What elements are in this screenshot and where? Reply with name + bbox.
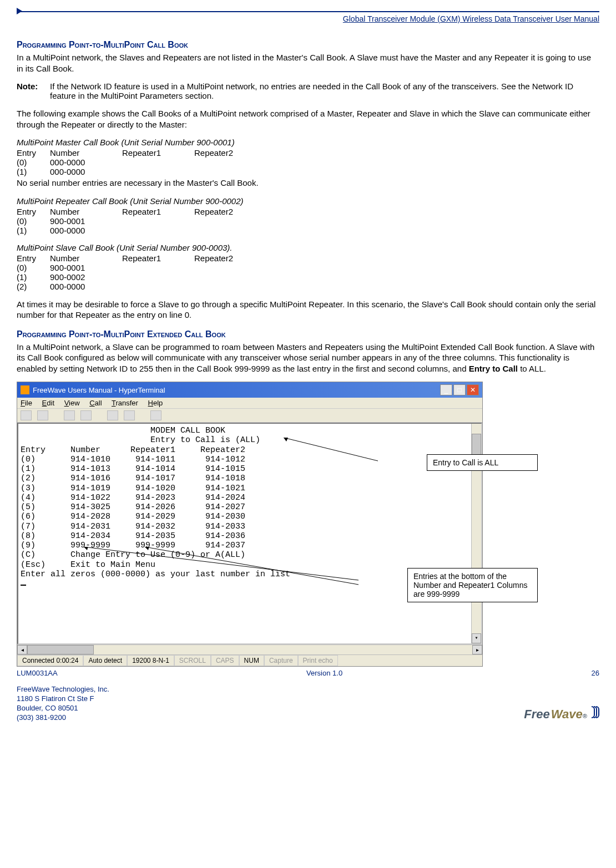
minimize-button[interactable]: _	[440, 384, 452, 395]
menu-file[interactable]: File	[21, 399, 32, 407]
terminal-line: MODEM CALL BOOK	[21, 426, 225, 435]
terminal-line: (2) 914-1016 914-1017 914-1018	[21, 474, 245, 483]
cell: 000-0000	[50, 167, 122, 176]
scroll-left-icon[interactable]: ◂	[17, 645, 27, 654]
status-echo: Print echo	[298, 655, 338, 666]
addr-line: FreeWave Technologies, Inc.	[17, 685, 599, 694]
menu-view[interactable]: View	[64, 399, 80, 407]
menubar: File Edit View Call Transfer Help	[17, 398, 482, 408]
col-rep2: Repeater2	[194, 253, 266, 263]
repeater-callbook-table: Entry Number Repeater1 Repeater2 (0)900-…	[17, 207, 599, 235]
terminal-line: (7) 914-2031 914-2032 914-2033	[21, 522, 245, 531]
repeater-callbook-title: MultiPoint Repeater Call Book (Unit Seri…	[17, 196, 599, 206]
para1-suffix: to ALL.	[518, 364, 546, 373]
terminal-line: (3) 914-1019 914-1020 914-1021	[21, 484, 245, 493]
cell: (1)	[17, 272, 50, 282]
addr-line: (303) 381-9200	[17, 713, 599, 723]
status-num: NUM	[239, 655, 264, 666]
statusbar: Connected 0:00:24 Auto detect 19200 8-N-…	[17, 654, 482, 666]
connect-icon[interactable]	[64, 410, 75, 420]
master-note: No serial number entries are necessary i…	[17, 177, 599, 189]
titlebar[interactable]: FreeWave Users Manual - HyperTerminal _ …	[17, 382, 482, 398]
menu-edit[interactable]: Edit	[42, 399, 54, 407]
footer-docid: LUM0031AA	[17, 669, 58, 677]
master-callbook-table: Entry Number Repeater1 Repeater2 (0)000-…	[17, 148, 599, 176]
col-entry: Entry	[17, 207, 50, 216]
footer-address: FreeWave Technologies, Inc. 1180 S Flati…	[17, 685, 599, 723]
cell: (0)	[17, 216, 50, 226]
col-rep1: Repeater1	[122, 253, 194, 263]
freewave-logo: FreeWave®	[524, 706, 599, 722]
col-number: Number	[50, 148, 122, 158]
window-title: FreeWave Users Manual - HyperTerminal	[33, 386, 165, 394]
menu-help[interactable]: Help	[148, 399, 163, 407]
status-detect: Auto detect	[83, 655, 127, 666]
col-entry: Entry	[17, 253, 50, 263]
page-footer: LUM0031AA Version 1.0 26	[17, 669, 599, 677]
maximize-button[interactable]: □	[453, 384, 466, 395]
col-number: Number	[50, 253, 122, 263]
col-rep2: Repeater2	[194, 148, 266, 158]
status-capture: Capture	[264, 655, 298, 666]
status-caps: CAPS	[211, 655, 239, 666]
terminal-line: (Esc) Exit to Main Menu	[21, 560, 155, 570]
callout-entry-to-call: Entry to Call is ALL	[427, 454, 538, 471]
menu-transfer[interactable]: Transfer	[112, 399, 138, 407]
disconnect-icon[interactable]	[80, 410, 92, 420]
cell: 900-0001	[50, 216, 122, 226]
receive-icon[interactable]	[124, 410, 135, 420]
cell: (1)	[17, 226, 50, 235]
cell: (0)	[17, 263, 50, 272]
terminal-line: (5) 914-3025 914-2026 914-2027	[21, 502, 245, 512]
menu-call[interactable]: Call	[89, 399, 102, 407]
terminal-line: (8) 914-2034 914-2035 914-2036	[21, 531, 245, 541]
note-text: If the Network ID feature is used in a M…	[50, 82, 599, 100]
terminal-line: (1) 914-1013 914-1014 914-1015	[21, 464, 245, 474]
status-scroll: SCROLL	[174, 655, 211, 666]
status-connected: Connected 0:00:24	[17, 655, 83, 666]
logo-free: Free	[524, 707, 549, 721]
cell: (2)	[17, 282, 50, 291]
new-icon[interactable]	[21, 410, 32, 420]
properties-icon[interactable]	[150, 410, 161, 420]
col-rep1: Repeater1	[122, 148, 194, 158]
terminal-line: Entry Number Repeater1 Repeater2	[21, 445, 245, 455]
terminal-cursor	[21, 585, 26, 586]
slave-callbook-table: Entry Number Repeater1 Repeater2 (0)900-…	[17, 253, 599, 291]
cell: 000-0000	[50, 282, 122, 291]
section1-para3: At times it may be desirable to force a …	[17, 299, 599, 321]
terminal-line: (6) 914-2028 914-2029 914-2030	[21, 512, 245, 521]
horizontal-scrollbar[interactable]: ◂ ▸	[17, 644, 482, 654]
send-icon[interactable]	[107, 410, 118, 420]
open-icon[interactable]	[37, 410, 48, 420]
logo-wave: Wave	[551, 707, 583, 721]
section2-para1: In a MultiPoint network, a Slave can be …	[17, 342, 599, 374]
footer-version: Version 1.0	[306, 669, 342, 677]
scroll-down-icon[interactable]: ▾	[472, 633, 481, 643]
cell: 900-0001	[50, 263, 122, 272]
terminal-line: (C) Change Entry to Use (0-9) or A(ALL)	[21, 550, 245, 560]
addr-line: Boulder, CO 80501	[17, 704, 599, 713]
slave-callbook-title: MultiPoint Slave Call Book (Unit Serial …	[17, 243, 599, 252]
cell: 000-0000	[50, 226, 122, 235]
col-number: Number	[50, 207, 122, 216]
master-callbook-title: MultiPoint Master Call Book (Unit Serial…	[17, 138, 599, 147]
terminal-line: Entry to Call is (ALL)	[21, 435, 260, 445]
terminal-line: (9) 999-9999 999-9999 914-2037	[21, 541, 245, 550]
hscroll-thumb[interactable]	[27, 645, 94, 654]
section1-heading: Programming Point-to-MultiPoint Call Boo…	[17, 40, 599, 50]
close-button[interactable]: ✕	[467, 384, 479, 395]
cell: 000-0000	[50, 158, 122, 167]
terminal-output[interactable]: MODEM CALL BOOK Entry to Call is (ALL) E…	[17, 423, 482, 644]
section1-para2: The following example shows the Call Boo…	[17, 108, 599, 130]
section1-para1: In a MultiPoint network, the Slaves and …	[17, 52, 599, 74]
terminal-line: (0) 914-1010 914-1011 914-1012	[21, 455, 245, 464]
cell: 900-0002	[50, 272, 122, 282]
status-baud: 19200 8-N-1	[127, 655, 174, 666]
addr-line: 1180 S Flatiron Ct Ste F	[17, 694, 599, 704]
terminal-line: Enter all zeros (000-0000) as your last …	[21, 570, 290, 579]
callout-bottom-entries: Entries at the bottom of the Number and …	[407, 568, 538, 602]
col-rep2: Repeater2	[194, 207, 266, 216]
scroll-right-icon[interactable]: ▸	[472, 645, 482, 654]
col-entry: Entry	[17, 148, 50, 158]
